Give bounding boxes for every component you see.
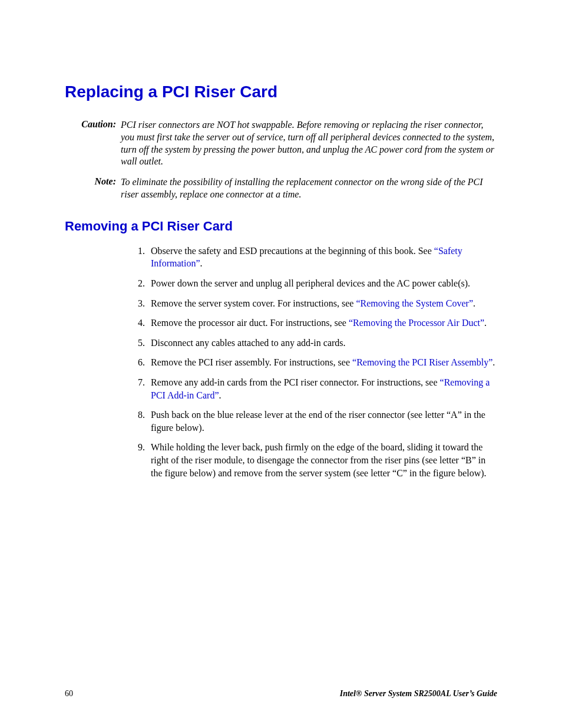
step-1-text-a: Observe the safety and ESD precautions a… [151, 246, 434, 256]
heading-replacing-riser: Replacing a PCI Riser Card [65, 83, 497, 101]
link-removing-pci-riser-assembly[interactable]: “Removing the PCI Riser Assembly” [352, 357, 492, 367]
step-1: Observe the safety and ESD precautions a… [147, 245, 497, 270]
page-number: 60 [65, 689, 73, 699]
step-3-text-a: Remove the server system cover. For inst… [151, 298, 356, 308]
step-7-text-a: Remove any add-in cards from the PCI ris… [151, 377, 440, 387]
step-3-text-b: . [473, 298, 475, 308]
note-label: Note: [65, 176, 121, 187]
caution-body: PCI riser connectors are NOT hot swappab… [121, 119, 497, 168]
step-6: Remove the PCI riser assembly. For instr… [147, 356, 497, 369]
step-4: Remove the processor air duct. For instr… [147, 317, 497, 330]
step-4-text-b: . [484, 318, 487, 328]
step-9: While holding the lever back, push firml… [147, 441, 497, 479]
caution-label: Caution: [65, 119, 121, 130]
step-3: Remove the server system cover. For inst… [147, 297, 497, 310]
heading-removing-riser: Removing a PCI Riser Card [65, 219, 497, 234]
step-2: Power down the server and unplug all per… [147, 277, 497, 290]
page-footer: 60 Intel® Server System SR2500AL User’s … [65, 689, 497, 699]
step-6-text-a: Remove the PCI riser assembly. For instr… [151, 357, 352, 367]
caution-block: Caution: PCI riser connectors are NOT ho… [65, 119, 497, 168]
step-7-text-b: . [219, 390, 222, 400]
steps-list: Observe the safety and ESD precautions a… [147, 245, 497, 479]
link-removing-processor-air-duct[interactable]: “Removing the Processor Air Duct” [349, 318, 484, 328]
step-6-text-b: . [492, 357, 495, 367]
link-removing-system-cover[interactable]: “Removing the System Cover” [356, 298, 473, 308]
step-4-text-a: Remove the processor air duct. For instr… [151, 318, 349, 328]
footer-title: Intel® Server System SR2500AL User’s Gui… [340, 689, 497, 699]
step-1-text-b: . [200, 258, 203, 268]
note-body: To eliminate the possibility of installi… [121, 176, 497, 201]
step-5: Disconnect any cables attached to any ad… [147, 337, 497, 350]
note-block: Note: To eliminate the possibility of in… [65, 176, 497, 201]
page-content: Replacing a PCI Riser Card Caution: PCI … [0, 0, 562, 479]
step-8: Push back on the blue release lever at t… [147, 409, 497, 434]
step-7: Remove any add-in cards from the PCI ris… [147, 376, 497, 401]
